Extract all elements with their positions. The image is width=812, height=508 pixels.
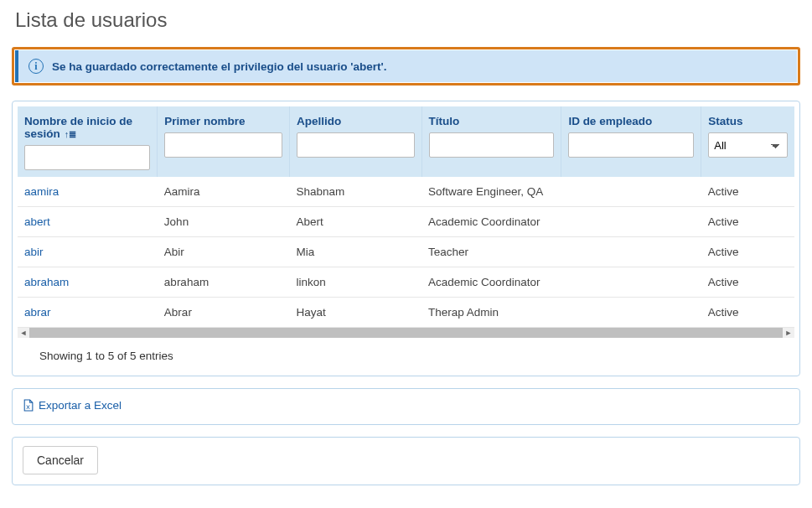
cell-first: Aamira	[158, 177, 290, 207]
cell-first: John	[158, 207, 290, 237]
export-label: Exportar a Excel	[39, 399, 122, 412]
col-header-status[interactable]: Status All	[701, 106, 794, 177]
cell-employee	[561, 237, 701, 267]
cell-employee	[561, 177, 701, 207]
cell-title: Academic Coordinator	[422, 207, 561, 237]
cell-status: Active	[701, 207, 794, 237]
cell-status: Active	[701, 267, 794, 298]
cell-first: Abrar	[158, 298, 290, 328]
cell-login[interactable]: abrar	[18, 298, 158, 328]
filter-employee-input[interactable]	[568, 132, 694, 158]
page-title: Lista de usuarios	[12, 8, 800, 32]
cell-last: Abert	[289, 207, 422, 237]
filter-last-input[interactable]	[297, 132, 415, 158]
cell-first: Abir	[158, 237, 290, 267]
scroll-track[interactable]	[29, 328, 783, 338]
excel-file-icon	[23, 399, 34, 412]
user-login-link[interactable]: aamira	[24, 185, 59, 198]
entries-info: Showing 1 to 5 of 5 entries	[18, 338, 794, 365]
user-login-link[interactable]: abraham	[24, 276, 69, 288]
table-row[interactable]: aamiraAamiraShabnamSoftware Engineer, QA…	[18, 177, 794, 207]
cell-login[interactable]: abraham	[18, 267, 158, 298]
sort-asc-icon: ↑≣	[62, 129, 77, 139]
cell-login[interactable]: aamira	[18, 177, 158, 207]
cell-login[interactable]: abert	[18, 207, 158, 237]
user-login-link[interactable]: abrar	[24, 306, 51, 319]
filter-status-select[interactable]: All	[708, 132, 788, 158]
cell-last: Hayat	[289, 298, 422, 328]
table-row[interactable]: abirAbirMiaTeacherActive	[18, 237, 794, 267]
cell-title: Academic Coordinator	[422, 267, 561, 298]
cell-last: linkon	[289, 267, 422, 298]
col-header-employee[interactable]: ID de empleado	[561, 106, 701, 177]
success-alert: i Se ha guardado correctamente el privil…	[12, 47, 800, 86]
user-login-link[interactable]: abert	[24, 215, 50, 228]
filter-first-input[interactable]	[164, 132, 282, 158]
cell-status: Active	[701, 177, 794, 207]
table-row[interactable]: abrahamabrahamlinkonAcademic Coordinator…	[18, 267, 794, 298]
cell-status: Active	[701, 237, 794, 267]
cell-employee	[561, 298, 701, 328]
alert-message: Se ha guardado correctamente el privileg…	[52, 60, 387, 73]
col-header-login[interactable]: Nombre de inicio de sesión ↑≣	[18, 106, 158, 177]
filter-title-input[interactable]	[429, 132, 555, 158]
filter-login-input[interactable]	[24, 145, 150, 170]
info-icon: i	[28, 59, 44, 74]
user-login-link[interactable]: abir	[24, 246, 44, 258]
users-table: Nombre de inicio de sesión ↑≣ Primer nom…	[18, 106, 794, 328]
cell-title: Therap Admin	[422, 298, 561, 328]
scroll-right-arrow-icon[interactable]: ►	[783, 328, 794, 338]
col-header-last[interactable]: Apellido	[289, 106, 422, 177]
export-panel: Exportar a Excel	[12, 388, 800, 425]
cell-first: abraham	[158, 267, 290, 298]
cell-title: Teacher	[422, 237, 561, 267]
cell-last: Mia	[289, 237, 422, 267]
table-row[interactable]: abrarAbrarHayatTherap AdminActive	[18, 298, 794, 328]
cell-status: Active	[701, 298, 794, 328]
cancel-button[interactable]: Cancelar	[23, 446, 98, 474]
table-row[interactable]: abertJohnAbertAcademic CoordinatorActive	[18, 207, 794, 237]
col-header-title[interactable]: Título	[422, 106, 561, 177]
horizontal-scrollbar[interactable]: ◄ ►	[18, 328, 794, 338]
cell-login[interactable]: abir	[18, 237, 158, 267]
cell-employee	[561, 207, 701, 237]
col-header-first[interactable]: Primer nombre	[158, 106, 290, 177]
actions-panel: Cancelar	[12, 437, 800, 485]
scroll-left-arrow-icon[interactable]: ◄	[18, 328, 29, 338]
users-table-panel: Nombre de inicio de sesión ↑≣ Primer nom…	[12, 101, 800, 376]
cell-employee	[561, 267, 701, 298]
export-excel-link[interactable]: Exportar a Excel	[23, 397, 122, 413]
cell-title: Software Engineer, QA	[422, 177, 561, 207]
cell-last: Shabnam	[289, 177, 422, 207]
